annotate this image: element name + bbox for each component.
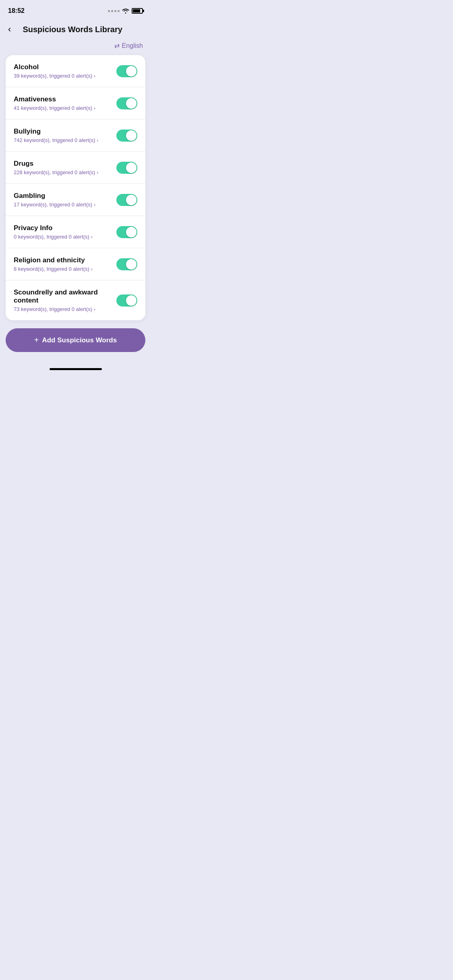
item-subtitle-religion: 8 keyword(s), triggered 0 alert(s) › xyxy=(14,266,116,272)
item-title-scoundrelly: Scoundrelly and awkward content xyxy=(14,288,116,305)
chevron-icon-alcohol: › xyxy=(94,73,95,79)
status-bar: 18:52 xyxy=(0,0,151,19)
toggle-privacy-info[interactable] xyxy=(116,226,137,238)
item-info-religion: Religion and ethnicity 8 keyword(s), tri… xyxy=(14,256,116,272)
header: ‹ Suspicious Words Library xyxy=(0,19,151,42)
battery-icon xyxy=(132,8,143,14)
item-subtitle-gambling: 17 keyword(s), triggered 0 alert(s) › xyxy=(14,202,116,208)
page-title: Suspicious Words Library xyxy=(14,25,131,34)
wifi-icon xyxy=(122,8,129,14)
chevron-icon-religion: › xyxy=(91,266,93,272)
toggle-religion[interactable] xyxy=(116,258,137,270)
toggle-amativeness[interactable] xyxy=(116,97,137,109)
chevron-icon-amativeness: › xyxy=(94,105,95,111)
chevron-icon-bullying: › xyxy=(97,138,98,143)
toggle-drugs[interactable] xyxy=(116,162,137,174)
language-label: English xyxy=(122,42,143,49)
toggle-bullying[interactable] xyxy=(116,130,137,142)
toggle-knob-religion xyxy=(126,259,137,270)
home-bar xyxy=(50,368,102,370)
signal-icon xyxy=(108,10,120,12)
list-item-amativeness[interactable]: Amativeness 41 keyword(s), triggered 0 a… xyxy=(6,87,145,119)
item-title-bullying: Bullying xyxy=(14,128,116,136)
item-info-scoundrelly: Scoundrelly and awkward content 73 keywo… xyxy=(14,288,116,312)
item-info-gambling: Gambling 17 keyword(s), triggered 0 aler… xyxy=(14,192,116,208)
item-subtitle-scoundrelly: 73 keyword(s), triggered 0 alert(s) › xyxy=(14,306,116,312)
item-info-alcohol: Alcohol 39 keyword(s), triggered 0 alert… xyxy=(14,63,116,79)
item-info-drugs: Drugs 228 keyword(s), triggered 0 alert(… xyxy=(14,160,116,175)
list-item-bullying[interactable]: Bullying 742 keyword(s), triggered 0 ale… xyxy=(6,119,145,152)
chevron-icon-drugs: › xyxy=(97,170,98,175)
chevron-icon-privacy-info: › xyxy=(91,234,93,240)
list-item-scoundrelly[interactable]: Scoundrelly and awkward content 73 keywo… xyxy=(6,280,145,320)
toggle-scoundrelly[interactable] xyxy=(116,294,137,307)
item-title-amativeness: Amativeness xyxy=(14,95,116,103)
language-selector[interactable]: ⇄ English xyxy=(0,42,151,55)
list-item-alcohol[interactable]: Alcohol 39 keyword(s), triggered 0 alert… xyxy=(6,55,145,87)
list-item-drugs[interactable]: Drugs 228 keyword(s), triggered 0 alert(… xyxy=(6,152,145,184)
plus-icon: + xyxy=(34,336,39,345)
status-icons xyxy=(108,8,143,14)
list-item-religion[interactable]: Religion and ethnicity 8 keyword(s), tri… xyxy=(6,248,145,280)
suspicious-words-list: Alcohol 39 keyword(s), triggered 0 alert… xyxy=(6,55,145,320)
list-item-privacy-info[interactable]: Privacy Info 0 keyword(s), triggered 0 a… xyxy=(6,216,145,248)
toggle-knob-alcohol xyxy=(126,66,137,76)
chevron-icon-scoundrelly: › xyxy=(94,307,95,312)
item-title-religion: Religion and ethnicity xyxy=(14,256,116,264)
status-time: 18:52 xyxy=(8,7,25,14)
add-suspicious-words-button[interactable]: + Add Suspicious Words xyxy=(6,328,145,352)
item-info-bullying: Bullying 742 keyword(s), triggered 0 ale… xyxy=(14,128,116,143)
item-subtitle-amativeness: 41 keyword(s), triggered 0 alert(s) › xyxy=(14,105,116,111)
toggle-knob-privacy-info xyxy=(126,227,137,237)
language-icon: ⇄ xyxy=(114,42,120,49)
home-indicator xyxy=(0,364,151,373)
item-subtitle-alcohol: 39 keyword(s), triggered 0 alert(s) › xyxy=(14,73,116,79)
toggle-knob-scoundrelly xyxy=(126,295,137,306)
toggle-knob-amativeness xyxy=(126,98,137,109)
toggle-knob-drugs xyxy=(126,163,137,173)
item-subtitle-privacy-info: 0 keyword(s), triggered 0 alert(s) › xyxy=(14,234,116,240)
toggle-knob-gambling xyxy=(126,195,137,205)
back-button[interactable]: ‹ xyxy=(8,23,14,35)
chevron-icon-gambling: › xyxy=(94,202,95,208)
toggle-gambling[interactable] xyxy=(116,194,137,206)
add-button-label: Add Suspicious Words xyxy=(42,336,117,344)
item-info-amativeness: Amativeness 41 keyword(s), triggered 0 a… xyxy=(14,95,116,111)
item-title-alcohol: Alcohol xyxy=(14,63,116,71)
item-title-drugs: Drugs xyxy=(14,160,116,168)
list-item-gambling[interactable]: Gambling 17 keyword(s), triggered 0 aler… xyxy=(6,184,145,216)
item-info-privacy-info: Privacy Info 0 keyword(s), triggered 0 a… xyxy=(14,224,116,240)
item-title-gambling: Gambling xyxy=(14,192,116,200)
toggle-alcohol[interactable] xyxy=(116,65,137,77)
toggle-knob-bullying xyxy=(126,130,137,141)
item-subtitle-bullying: 742 keyword(s), triggered 0 alert(s) › xyxy=(14,137,116,143)
add-button-container: + Add Suspicious Words xyxy=(0,320,151,364)
item-subtitle-drugs: 228 keyword(s), triggered 0 alert(s) › xyxy=(14,169,116,175)
item-title-privacy-info: Privacy Info xyxy=(14,224,116,232)
